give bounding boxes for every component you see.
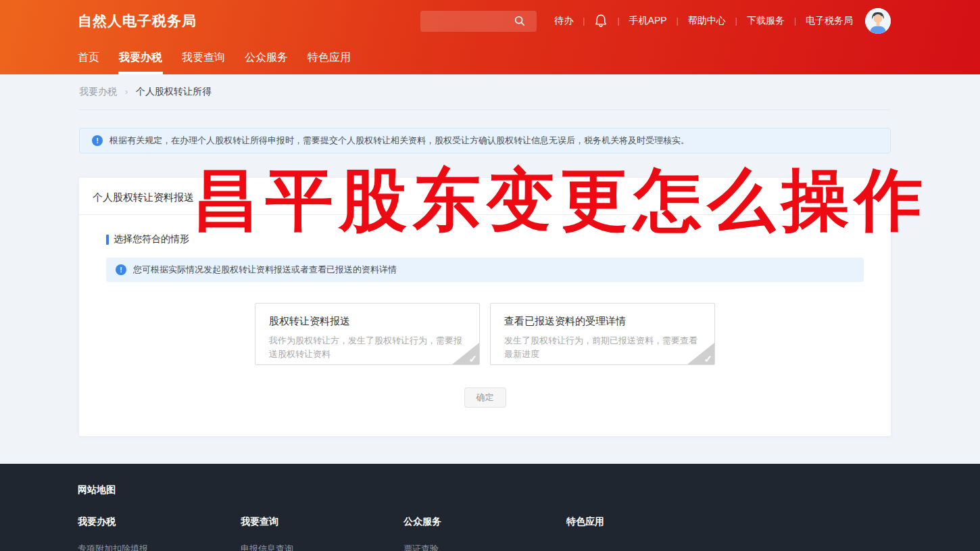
- sitemap-title: 网站地图: [78, 484, 980, 496]
- mobile-app-link[interactable]: 手机APP: [629, 15, 667, 27]
- card-title: 个人股权转让资料报送: [79, 178, 891, 214]
- nav-item-featured-apps[interactable]: 特色应用: [308, 51, 351, 74]
- footer-col-query: 我要查询 申报信息查询: [241, 516, 403, 551]
- user-avatar[interactable]: [865, 8, 891, 34]
- check-icon: ✓: [704, 354, 712, 364]
- header-top-menu: 待办 | | 手机APP | 帮助中心 | 下载服务 | 电子税务局: [554, 14, 853, 28]
- divider: |: [677, 16, 679, 26]
- nav-item-home[interactable]: 首页: [78, 51, 99, 74]
- breadcrumb: 我要办税 › 个人股权转让所得: [79, 74, 891, 110]
- footer-columns: 我要办税 专项附加扣除填报 我要查询 申报信息查询 公众服务 票证查验 特色应用: [78, 516, 980, 551]
- footer-link[interactable]: 专项附加扣除填报: [78, 543, 241, 551]
- option-title: 查看已报送资料的受理详情: [504, 315, 701, 328]
- info-icon: !: [92, 135, 103, 146]
- chevron-right-icon: ›: [125, 87, 128, 97]
- nav-item-public-service[interactable]: 公众服务: [245, 51, 288, 74]
- etax-bureau-link[interactable]: 电子税务局: [806, 15, 853, 27]
- footer-link[interactable]: 票证查验: [403, 543, 566, 551]
- search-box[interactable]: [420, 11, 537, 32]
- page-notice-text: 根据有关规定，在办理个人股权转让所得申报时，需要提交个人股权转让相关资料，股权受…: [109, 135, 689, 147]
- search-input[interactable]: [420, 16, 514, 26]
- option-title: 股权转让资料报送: [269, 315, 466, 328]
- help-center-link[interactable]: 帮助中心: [688, 15, 726, 27]
- option-card-submit-materials[interactable]: 股权转让资料报送 我作为股权转让方，发生了股权转让行为，需要报送股权转让资料 ✓: [255, 303, 480, 365]
- section-notice-text: 您可根据实际情况发起股权转让资料报送或者查看已报送的资料详情: [133, 264, 397, 276]
- search-icon[interactable]: [514, 15, 526, 27]
- nav-item-query[interactable]: 我要查询: [182, 51, 225, 74]
- breadcrumb-current: 个人股权转让所得: [136, 86, 212, 98]
- main-nav: 首页 我要办税 我要查询 公众服务 特色应用: [0, 42, 980, 74]
- divider: |: [617, 16, 619, 26]
- site-logo: 自然人电子税务局: [78, 11, 197, 30]
- divider: |: [735, 16, 737, 26]
- page-notice-banner: ! 根据有关规定，在办理个人股权转让所得申报时，需要提交个人股权转让相关资料，股…: [79, 128, 891, 153]
- content-container: 我要办税 › 个人股权转让所得 ! 根据有关规定，在办理个人股权转让所得申报时，…: [79, 74, 891, 436]
- section-title: 选择您符合的情形: [114, 233, 189, 245]
- divider: [79, 214, 891, 215]
- option-card-view-progress[interactable]: 查看已报送资料的受理详情 发生了股权转让行为，前期已报送资料，需要查看最新进度 …: [490, 303, 715, 365]
- download-service-link[interactable]: 下载服务: [747, 15, 785, 27]
- footer-col-public-service: 公众服务 票证查验: [403, 516, 566, 551]
- check-icon: ✓: [468, 354, 477, 364]
- app-header: 自然人电子税务局 待办 | | 手机APP | 帮助中心: [0, 0, 980, 74]
- main-card: 个人股权转让资料报送 选择您符合的情形 ! 您可根据实际情况发起股权转让资料报送…: [79, 178, 891, 436]
- nav-item-tax-handling[interactable]: 我要办税: [119, 51, 162, 74]
- footer-col-title: 我要查询: [241, 516, 403, 528]
- footer-col-title: 我要办税: [78, 516, 241, 528]
- notification-bell-icon[interactable]: [594, 14, 608, 28]
- header-top-row: 自然人电子税务局 待办 | | 手机APP | 帮助中心: [0, 0, 980, 42]
- section-notice-banner: ! 您可根据实际情况发起股权转让资料报送或者查看已报送的资料详情: [106, 258, 864, 282]
- todo-link[interactable]: 待办: [554, 15, 573, 27]
- section-header: 选择您符合的情形: [106, 233, 891, 245]
- info-icon: !: [116, 264, 126, 275]
- footer-col-title: 特色应用: [566, 516, 729, 528]
- option-description: 发生了股权转让行为，前期已报送资料，需要查看最新进度: [504, 334, 701, 361]
- footer-link[interactable]: 申报信息查询: [241, 543, 403, 551]
- divider: |: [794, 16, 796, 26]
- footer-col-title: 公众服务: [403, 516, 566, 528]
- footer-col-featured-apps: 特色应用: [566, 516, 729, 551]
- divider: |: [583, 16, 585, 26]
- footer-col-tax-handling: 我要办税 专项附加扣除填报: [78, 516, 241, 551]
- option-description: 我作为股权转让方，发生了股权转让行为，需要报送股权转让资料: [269, 334, 466, 361]
- option-card-row: 股权转让资料报送 我作为股权转让方，发生了股权转让行为，需要报送股权转让资料 ✓…: [79, 303, 891, 365]
- site-footer: 网站地图 我要办税 专项附加扣除填报 我要查询 申报信息查询 公众服务 票证查验…: [0, 464, 980, 551]
- confirm-button[interactable]: 确定: [464, 387, 506, 408]
- breadcrumb-parent[interactable]: 我要办税: [79, 86, 117, 98]
- section-accent-bar: [106, 235, 109, 245]
